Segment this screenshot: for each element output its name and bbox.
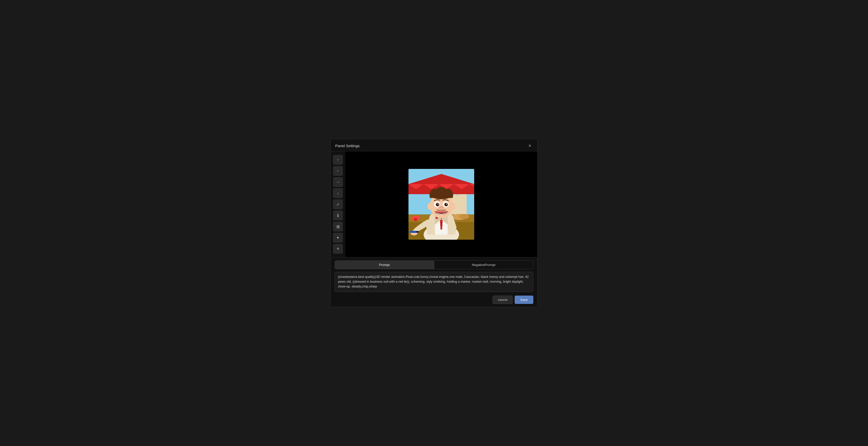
modal-header: Panel Settings × [331,139,537,151]
svg-point-27 [446,204,447,205]
svg-point-12 [459,214,469,219]
move-right-button[interactable]: → [333,177,343,187]
move-down-button[interactable]: ↓ [333,188,343,198]
svg-point-25 [444,203,448,206]
info-button[interactable]: ℹ [333,211,343,220]
left-toolbar: ↑ ← → ↓ ⤢ ℹ ⊞ ✦ + [331,151,345,257]
action-row: cancel Save [335,296,533,304]
grid-button[interactable]: ⊞ [333,222,343,231]
svg-point-29 [439,207,441,209]
cancel-button[interactable]: cancel [493,296,513,304]
svg-point-30 [442,207,444,209]
tab-negative-prompt[interactable]: NegativePrompt [434,261,533,269]
expand-button[interactable]: ⤢ [333,200,343,209]
svg-point-24 [436,203,439,206]
move-up-button[interactable]: ↑ [333,155,343,165]
tab-prompt[interactable]: Prompt [335,261,434,269]
save-button[interactable]: Save [515,296,533,304]
svg-rect-32 [410,231,417,233]
wand-button[interactable]: ✦ [333,233,343,242]
svg-point-21 [450,203,455,210]
move-left-button[interactable]: ← [333,166,343,176]
scene-svg [408,169,474,240]
modal-title: Panel Settings [335,144,360,148]
canvas-area [345,151,537,257]
prompt-textarea[interactable] [335,272,533,292]
panel-settings-modal: Panel Settings × ↑ ← → ↓ ⤢ ℹ ⊞ ✦ + [330,139,538,307]
svg-point-20 [427,203,432,210]
add-button[interactable]: + [333,244,343,254]
panel-image [408,169,474,240]
svg-rect-33 [416,231,418,233]
close-button[interactable]: × [527,143,533,149]
modal-body: ↑ ← → ↓ ⤢ ℹ ⊞ ✦ + [331,151,537,257]
tabs-row: Prompt NegativePrompt [335,260,533,269]
svg-point-10 [414,218,417,221]
modal-footer: Prompt NegativePrompt cancel Save [331,257,537,307]
svg-point-26 [438,204,439,205]
